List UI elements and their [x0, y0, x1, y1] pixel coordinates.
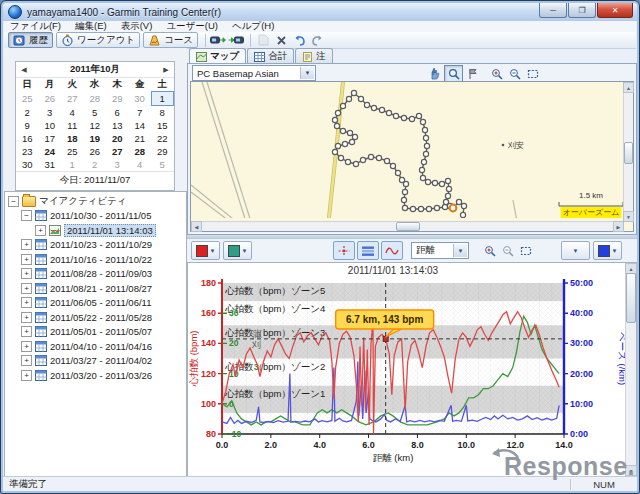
map-vertical-scrollbar[interactable]: ▲ ▼: [623, 82, 633, 222]
tree-week-item[interactable]: +2011/03/20 - 2011/03/26: [5, 368, 186, 383]
calendar-day-cell[interactable]: 25: [61, 145, 84, 158]
calendar-day-cell[interactable]: 9: [16, 119, 39, 132]
calendar-day-cell[interactable]: 17: [39, 132, 62, 145]
tree-expand-toggle[interactable]: +: [21, 283, 32, 294]
send-to-device-button[interactable]: [228, 33, 244, 47]
delete-button[interactable]: [273, 33, 289, 47]
calendar-day-cell[interactable]: 29: [151, 145, 174, 158]
chart-zoom-out-button[interactable]: [499, 243, 516, 258]
scrollbar-thumb[interactable]: [396, 222, 420, 231]
zoom-select-tool-button[interactable]: [444, 65, 463, 82]
calendar-day-cell[interactable]: 2: [84, 158, 107, 171]
basemap-select[interactable]: PC Basemap Asian ▼: [192, 65, 316, 81]
chart-canvas[interactable]: 心拍数（bpm）ゾーン5心拍数（bpm）ゾーン4心拍数（bpm）ゾーン3心拍数（…: [188, 263, 628, 478]
pan-tool-button[interactable]: [426, 66, 443, 81]
history-button[interactable]: 履歴: [8, 32, 53, 48]
calendar-next-button[interactable]: ▶: [158, 66, 174, 74]
tree-expand-toggle[interactable]: +: [21, 297, 32, 308]
calendar-day-cell[interactable]: 25: [16, 92, 39, 106]
calendar-day-cell[interactable]: 28: [129, 145, 152, 158]
elevation-color-dropdown[interactable]: ▼: [223, 241, 252, 260]
flag-tool-button[interactable]: [464, 66, 481, 81]
tree-expand-toggle[interactable]: +: [21, 355, 32, 366]
smoothing-toggle-button[interactable]: [381, 241, 403, 260]
calendar-day-cell[interactable]: 1: [61, 158, 84, 171]
scrollbar-thumb[interactable]: [624, 142, 633, 164]
scrollbar-thumb[interactable]: [626, 273, 636, 323]
close-button[interactable]: ✕: [597, 3, 633, 18]
zoom-in-button[interactable]: [488, 66, 505, 81]
tree-week-item[interactable]: +2011/08/21 - 2011/08/27: [5, 281, 186, 296]
heart-rate-color-dropdown[interactable]: ▼: [191, 241, 220, 260]
calendar-prev-button[interactable]: ◀: [16, 66, 32, 74]
calendar-day-cell[interactable]: 12: [84, 119, 107, 132]
tree-week-item[interactable]: +2011/10/16 - 2011/10/22: [5, 252, 186, 267]
map-view[interactable]: 刈安1.5 kmオーバーズーム ◀ ▶ ▲ ▼: [190, 81, 634, 232]
zoom-out-button[interactable]: [506, 66, 523, 81]
map-horizontal-scrollbar[interactable]: ◀ ▶: [191, 221, 624, 231]
calendar-day-cell[interactable]: 30: [129, 92, 152, 106]
calendar-day-cell[interactable]: 6: [106, 106, 129, 120]
tree-expand-toggle[interactable]: +: [21, 254, 32, 265]
redo-button[interactable]: [309, 33, 325, 47]
calendar-day-cell[interactable]: 10: [39, 119, 62, 132]
calendar-day-cell[interactable]: 27: [106, 145, 129, 158]
tree-expand-toggle[interactable]: +: [35, 225, 46, 236]
calendar-day-cell[interactable]: 3: [106, 158, 129, 171]
tab-map[interactable]: マップ: [189, 48, 246, 64]
calendar-day-cell[interactable]: 13: [106, 119, 129, 132]
calendar-day-cell[interactable]: 1: [151, 92, 174, 106]
calendar-day-cell[interactable]: 8: [151, 106, 174, 120]
scroll-up-button[interactable]: ▲: [623, 82, 634, 93]
tree-expand-toggle[interactable]: +: [21, 239, 32, 250]
calendar-day-cell[interactable]: 30: [16, 158, 39, 171]
tree-week-item[interactable]: +2011/10/23 - 2011/10/29: [5, 238, 186, 253]
calendar-day-cell[interactable]: 28: [84, 92, 107, 106]
tree-week-item[interactable]: +2011/05/01 - 2011/05/07: [5, 325, 186, 340]
tree-expand-toggle[interactable]: +: [21, 341, 32, 352]
calendar-day-cell[interactable]: 21: [129, 132, 152, 145]
receive-from-device-button[interactable]: [210, 33, 226, 47]
calendar-day-cell[interactable]: 29: [106, 92, 129, 106]
calendar-day-cell[interactable]: 20: [106, 132, 129, 145]
calendar-day-cell[interactable]: 23: [16, 145, 39, 158]
calendar-day-cell[interactable]: 31: [39, 158, 62, 171]
calendar-day-cell[interactable]: 5: [151, 158, 174, 171]
calendar-day-cell[interactable]: 22: [151, 132, 174, 145]
tree-week-item[interactable]: +2011/06/05 - 2011/06/11: [5, 296, 186, 311]
tree-expand-toggle[interactable]: −: [8, 196, 19, 207]
tree-week-item[interactable]: +2011/08/28 - 2011/09/03: [5, 267, 186, 282]
title-bar[interactable]: yamayama1400 - Garmin Training Center(r)…: [3, 3, 637, 21]
tab-notes[interactable]: 注: [295, 48, 333, 64]
tree-week-item[interactable]: +2011/04/10 - 2011/04/16: [5, 339, 186, 354]
tree-expand-toggle[interactable]: +: [21, 370, 32, 381]
undo-button[interactable]: [291, 33, 307, 47]
calendar-day-cell[interactable]: 27: [61, 92, 84, 106]
tree-week-item[interactable]: +2011/05/22 - 2011/05/28: [5, 310, 186, 325]
map-canvas[interactable]: 刈安1.5 kmオーバーズーム: [191, 82, 632, 218]
calendar-day-cell[interactable]: 11: [61, 119, 84, 132]
zones-toggle-button[interactable]: [357, 241, 379, 260]
calendar-day-cell[interactable]: 3: [39, 106, 62, 120]
tree-expand-toggle[interactable]: +: [21, 326, 32, 337]
tree-activity-item[interactable]: +2011/11/01 13:14:03: [5, 223, 186, 238]
zoom-fit-button[interactable]: [524, 66, 541, 81]
scroll-left-button[interactable]: ◀: [191, 221, 202, 232]
tree-root-myactivities[interactable]: −マイアクティビティ: [5, 194, 186, 209]
calendar-day-cell[interactable]: 15: [151, 119, 174, 132]
tree-expand-toggle[interactable]: +: [21, 268, 32, 279]
tab-totals[interactable]: 合計: [247, 48, 294, 64]
calendar-day-cell[interactable]: 18: [61, 132, 84, 145]
tree-expand-toggle[interactable]: −: [21, 210, 32, 221]
calendar-day-cell[interactable]: 16: [16, 132, 39, 145]
calendar-day-cell[interactable]: 19: [84, 132, 107, 145]
tree-expand-toggle[interactable]: +: [21, 312, 32, 323]
course-button[interactable]: コース: [143, 32, 198, 48]
chart-zoom-in-button[interactable]: [481, 243, 498, 258]
calendar-day-cell[interactable]: 26: [39, 92, 62, 106]
tree-week-item[interactable]: +2011/03/27 - 2011/04/02: [5, 354, 186, 369]
calendar-day-cell[interactable]: 26: [84, 145, 107, 158]
calendar-day-cell[interactable]: 4: [61, 106, 84, 120]
crosshair-toggle-button[interactable]: [333, 241, 355, 260]
workout-button[interactable]: ワークアウト: [56, 32, 140, 48]
